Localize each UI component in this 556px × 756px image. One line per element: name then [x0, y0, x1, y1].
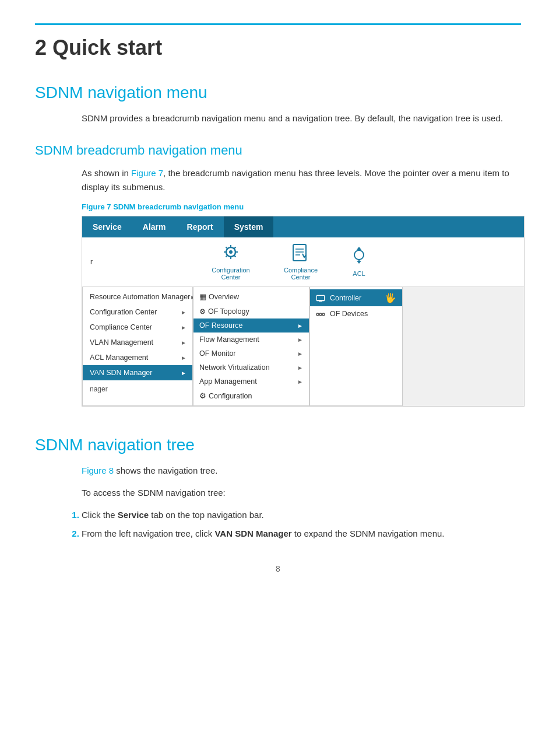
right-empty-panel [403, 287, 524, 406]
svg-point-22 [316, 313, 319, 316]
nav-tree-body2: To access the SDNM navigation tree: [82, 486, 521, 500]
svg-point-24 [322, 313, 325, 316]
svg-line-8 [234, 247, 236, 249]
svg-rect-20 [317, 296, 324, 300]
l1-van-sdn-arrow: ► [181, 370, 186, 376]
cursor-icon: 🖐 [385, 292, 396, 303]
l1-van-sdn[interactable]: VAN SDN Manager ► [83, 365, 192, 380]
l2-app-management-label: App Management [199, 377, 257, 386]
l1-compliance-center-label: Compliance Center [90, 323, 152, 331]
level2-menu: ▦ Overview ⊗ OF Topology OF Resource ► [193, 287, 309, 406]
figure7-caption: Figure 7 SDNM breadcrumb navigation menu [82, 202, 521, 211]
l2-of-topology[interactable]: ⊗ OF Topology [193, 304, 309, 318]
icon-compliance-center: Compliance Center [275, 243, 327, 281]
menus-row: Resource Automation Manager ► Configurat… [82, 287, 524, 406]
l2-configuration-icon: ⚙ [199, 391, 206, 400]
l1-vlan-arrow: ► [181, 340, 186, 346]
svg-line-7 [234, 256, 236, 257]
icon-acl: ACL [344, 247, 374, 277]
svg-point-14 [354, 250, 364, 260]
l3-controller[interactable]: Controller 🖐 [310, 289, 402, 306]
section-body-nav-menu: SDNM provides a breadcrumb navigation me… [82, 111, 521, 125]
svg-marker-18 [357, 261, 361, 264]
l3-controller-icon [316, 293, 328, 303]
l2-of-monitor-label: OF Monitor [199, 349, 236, 358]
l1-acl-arrow: ► [181, 355, 186, 361]
l2-of-monitor[interactable]: OF Monitor ► [193, 346, 309, 360]
l2-network-virt[interactable]: Network Virtualization ► [193, 360, 309, 374]
figure7-container: Service Alarm Report System r Configurat… [82, 216, 525, 407]
figure8-link[interactable]: Figure 8 [82, 466, 114, 475]
level3-menu: Controller 🖐 OF Devices [309, 287, 403, 406]
left-partial: r [88, 258, 187, 266]
l1-config-center[interactable]: Configuration Center ► [83, 304, 192, 320]
acl-icon [347, 247, 371, 268]
l2-of-resource[interactable]: OF Resource ► [193, 318, 309, 332]
nav-menu-figure: Service Alarm Report System r Configurat… [82, 216, 524, 406]
l1-vlan-label: VLAN Management [90, 338, 153, 346]
l2-flow-management[interactable]: Flow Management ► [193, 332, 309, 346]
l3-empty-space [310, 321, 402, 380]
svg-point-1 [229, 250, 233, 254]
l1-compliance-center[interactable]: Compliance Center ► [83, 320, 192, 335]
l1-van-sdn-label: VAN SDN Manager [90, 369, 152, 377]
l1-compliance-arrow: ► [181, 324, 186, 331]
l2-network-virt-arrow: ► [297, 365, 303, 371]
svg-rect-10 [293, 244, 306, 261]
l2-of-monitor-arrow: ► [297, 351, 303, 357]
l1-config-center-label: Configuration Center [90, 308, 157, 316]
l2-network-virt-label: Network Virtualization [199, 363, 270, 372]
l2-overview[interactable]: ▦ Overview [193, 289, 309, 304]
top-nav-bar: Service Alarm Report System [82, 216, 524, 237]
l2-app-management[interactable]: App Management ► [193, 374, 309, 388]
top-nav-service[interactable]: Service [82, 216, 132, 237]
truncated-partial: nager [83, 380, 192, 398]
l1-config-arrow: ► [181, 309, 186, 316]
svg-line-6 [226, 247, 228, 249]
acl-label: ACL [353, 270, 365, 277]
level1-menu: Resource Automation Manager ► Configurat… [82, 287, 193, 406]
figure7-link[interactable]: Figure 7 [131, 168, 163, 178]
chapter-title: 2 Quick start [35, 36, 521, 60]
top-nav-report[interactable]: Report [177, 216, 224, 237]
nav-tree-steps: Click the Service tab on the top navigat… [82, 508, 521, 541]
subsection-heading-breadcrumb: SDNM breadcrumb navigation menu [35, 143, 521, 158]
nav-tree-step2: From the left navigation tree, click VAN… [82, 527, 521, 541]
l2-of-topology-label: OF Topology [208, 307, 249, 316]
l2-flow-management-label: Flow Management [199, 335, 259, 344]
l2-configuration[interactable]: ⚙ Configuration [193, 388, 309, 403]
section-heading-nav-tree: SDNM navigation tree [35, 436, 521, 454]
l1-acl[interactable]: ACL Management ► [83, 350, 192, 365]
section-heading-nav-menu: SDNM navigation menu [35, 83, 521, 102]
l1-resource-automation[interactable]: Resource Automation Manager ► [83, 289, 192, 304]
svg-rect-21 [319, 300, 322, 302]
l3-controller-label: Controller [330, 294, 361, 302]
svg-marker-16 [357, 247, 361, 250]
icon-config-center-label: Configuration Center [205, 267, 257, 281]
l2-of-resource-arrow: ► [297, 323, 303, 329]
l3-of-devices[interactable]: OF Devices [310, 306, 402, 321]
svg-point-23 [319, 313, 322, 316]
icon-config-center: Configuration Center [205, 243, 257, 281]
page-number: 8 [35, 564, 521, 573]
l2-overview-label: Overview [209, 293, 239, 301]
l1-vlan[interactable]: VLAN Management ► [83, 335, 192, 350]
chapter-heading: 2 Quick start [35, 23, 521, 60]
nav-tree-step1: Click the Service tab on the top navigat… [82, 508, 521, 522]
icons-display-row: r Configuration Center Compliance Center [82, 237, 524, 287]
nav-tree-body1: Figure 8 shows the navigation tree. [82, 464, 521, 478]
l2-flow-arrow: ► [297, 337, 303, 343]
config-center-icon [219, 243, 242, 264]
l1-acl-label: ACL Management [90, 354, 148, 362]
top-nav-system[interactable]: System [224, 216, 274, 237]
l1-resource-automation-label: Resource Automation Manager [90, 293, 190, 301]
top-nav-alarm[interactable]: Alarm [132, 216, 177, 237]
svg-line-9 [226, 256, 228, 257]
l2-of-topology-icon: ⊗ [199, 307, 206, 316]
l2-overview-icon: ▦ [199, 292, 206, 301]
l2-of-resource-label: OF Resource [199, 321, 242, 330]
l3-of-devices-label: OF Devices [330, 310, 368, 318]
l2-app-arrow: ► [297, 379, 303, 385]
l2-configuration-label: Configuration [209, 392, 252, 400]
icon-compliance-center-label: Compliance Center [275, 267, 327, 281]
